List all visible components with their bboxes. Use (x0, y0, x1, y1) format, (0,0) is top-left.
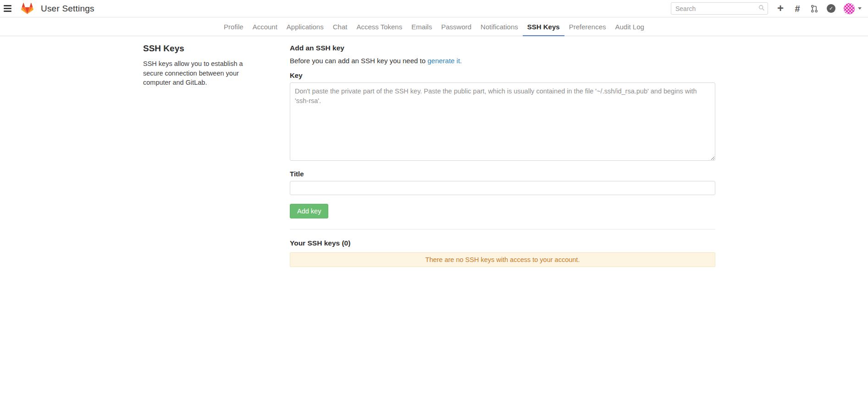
main-content: SSH Keys SSH keys allow you to establish… (0, 36, 868, 267)
your-ssh-keys-heading: Your SSH keys (0) (290, 239, 715, 247)
merge-request-icon[interactable] (810, 5, 819, 13)
generate-key-hint: Before you can add an SSH key you need t… (290, 57, 715, 65)
title-label: Title (290, 170, 715, 178)
key-label: Key (290, 71, 715, 79)
key-textarea[interactable] (290, 82, 715, 161)
top-navbar: User Settings + # ✓ (0, 0, 868, 17)
tab-audit-log[interactable]: Audit Log (611, 17, 649, 36)
chevron-down-icon (858, 7, 862, 10)
navbar-actions: + # ✓ (671, 2, 862, 15)
search-input[interactable] (671, 2, 768, 15)
tab-account[interactable]: Account (248, 17, 282, 36)
tab-applications[interactable]: Applications (282, 17, 328, 36)
tab-access-tokens[interactable]: Access Tokens (352, 17, 407, 36)
add-ssh-key-heading: Add an SSH key (290, 44, 715, 52)
plus-icon[interactable]: + (776, 3, 785, 14)
ssh-key-form-column: Add an SSH key Before you can add an SSH… (290, 43, 715, 267)
tab-profile[interactable]: Profile (219, 17, 248, 36)
generate-key-hint-text: Before you can add an SSH key you need t… (290, 57, 427, 65)
gitlab-logo[interactable] (21, 2, 33, 15)
section-description-column: SSH Keys SSH keys allow you to establish… (143, 43, 262, 267)
page-title: User Settings (41, 4, 94, 14)
todos-check-icon[interactable]: ✓ (827, 4, 835, 13)
no-keys-warning: There are no SSH keys with access to you… (290, 252, 715, 267)
tab-password[interactable]: Password (437, 17, 476, 36)
avatar[interactable] (843, 3, 855, 15)
settings-tabs-bar: Profile Account Applications Chat Access… (0, 17, 868, 36)
tab-notifications[interactable]: Notifications (476, 17, 523, 36)
section-description: SSH keys allow you to establish a secure… (143, 59, 262, 87)
tab-ssh-keys[interactable]: SSH Keys (523, 17, 564, 36)
user-menu[interactable] (843, 3, 862, 15)
section-divider (290, 229, 715, 229)
section-heading: SSH Keys (143, 44, 262, 54)
tab-chat[interactable]: Chat (328, 17, 352, 36)
menu-icon[interactable] (3, 3, 15, 15)
hash-icon[interactable]: # (793, 4, 802, 13)
settings-tabs: Profile Account Applications Chat Access… (0, 17, 868, 36)
search-box (671, 2, 768, 15)
generate-it-link[interactable]: generate it. (427, 57, 462, 65)
tab-preferences[interactable]: Preferences (564, 17, 611, 36)
title-input[interactable] (290, 181, 715, 195)
tab-emails[interactable]: Emails (407, 17, 437, 36)
add-key-button[interactable]: Add key (290, 204, 328, 218)
